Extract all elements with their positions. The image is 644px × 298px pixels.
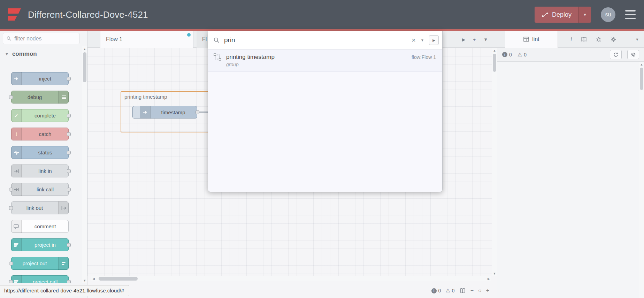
tab-lint[interactable]: lint bbox=[505, 31, 558, 48]
workspace-footer: i 0 ⚠ 0 − ○ + bbox=[431, 288, 489, 294]
search-dialog: prin × ▼ ▶ printing timestamp flow:Flow … bbox=[208, 31, 443, 192]
output-port bbox=[67, 132, 71, 136]
inject-icon bbox=[11, 72, 22, 85]
output-port bbox=[67, 77, 71, 81]
tab-config-gear-icon[interactable] bbox=[611, 37, 616, 42]
palette-category-label: common bbox=[12, 51, 37, 58]
deploy-button[interactable]: Deploy ▼ bbox=[535, 7, 591, 23]
result-type: group bbox=[226, 62, 436, 67]
tab-scroll-right-icon[interactable]: ▶ bbox=[462, 37, 466, 42]
inject-node[interactable]: timestamp bbox=[132, 106, 197, 119]
search-history-chevron-icon[interactable]: ▼ bbox=[419, 38, 426, 42]
search-icon bbox=[7, 36, 11, 41]
palette-node-comment[interactable]: comment bbox=[11, 220, 69, 233]
sidebar-tabs-chevron-icon[interactable]: ▼ bbox=[635, 37, 639, 41]
palette-node-label: catch bbox=[22, 131, 68, 137]
palette-node-status[interactable]: status bbox=[11, 146, 69, 159]
palette-node-project-call[interactable]: project call bbox=[11, 275, 69, 283]
scroll-up-icon[interactable]: ▲ bbox=[492, 48, 497, 53]
search-expand-button[interactable]: ▶ bbox=[429, 35, 439, 45]
tab-debug-bug-icon[interactable] bbox=[596, 37, 601, 42]
header: Different-Collared-Dove-4521 Deploy ▼ su bbox=[0, 0, 644, 29]
palette-node-catch[interactable]: ! catch bbox=[11, 128, 69, 140]
palette-node-project-out[interactable]: project out bbox=[11, 257, 69, 270]
scroll-up-icon[interactable]: ▲ bbox=[82, 46, 87, 52]
user-avatar[interactable]: su bbox=[601, 7, 615, 22]
scroll-left-icon[interactable]: ◀ bbox=[91, 276, 96, 281]
scrollbar-thumb[interactable] bbox=[99, 277, 138, 281]
deploy-options-caret[interactable]: ▼ bbox=[578, 7, 591, 23]
tab-info-icon[interactable]: i bbox=[570, 36, 572, 43]
lint-warning-count-value: 0 bbox=[524, 52, 527, 58]
scroll-down-icon[interactable]: ▼ bbox=[492, 271, 497, 276]
scroll-down-icon[interactable]: ▼ bbox=[82, 278, 87, 283]
palette-node-complete[interactable]: ✓ complete bbox=[11, 109, 69, 122]
sidebar-scrollbar[interactable]: ▲ bbox=[639, 62, 644, 298]
canvas-horizontal-scrollbar[interactable]: ◀ ▶ bbox=[91, 276, 491, 281]
flowfuse-logo-icon bbox=[6, 6, 22, 23]
canvas-vertical-scrollbar[interactable]: ▲ ▼ bbox=[492, 48, 497, 276]
palette-node-label: status bbox=[22, 150, 68, 155]
lint-icon bbox=[523, 37, 529, 42]
warning-count-value: 0 bbox=[452, 288, 455, 293]
main-menu-icon[interactable] bbox=[625, 10, 636, 19]
project-in-icon bbox=[11, 238, 22, 251]
lint-info-count: i 0 bbox=[502, 52, 512, 58]
scrollbar-thumb[interactable] bbox=[640, 68, 643, 90]
search-query[interactable]: prin bbox=[224, 36, 409, 44]
palette-node-link-out[interactable]: link out bbox=[11, 201, 69, 214]
add-flow-icon[interactable]: + bbox=[473, 37, 476, 42]
zoom-in-icon[interactable]: + bbox=[486, 288, 489, 294]
palette-node-project-in[interactable]: project in bbox=[11, 238, 69, 251]
tab-help-book-icon[interactable] bbox=[581, 37, 587, 42]
palette-node-label: debug bbox=[12, 94, 58, 100]
node-label: timestamp bbox=[152, 106, 194, 118]
palette-sidebar: ▼ common inject debug bbox=[0, 31, 87, 298]
output-port[interactable] bbox=[196, 110, 199, 114]
project-out-icon bbox=[58, 257, 69, 270]
info-count[interactable]: i 0 bbox=[431, 288, 441, 293]
info-icon: i bbox=[502, 52, 507, 57]
clear-search-icon[interactable]: × bbox=[409, 36, 419, 44]
palette-filter[interactable] bbox=[3, 33, 79, 44]
tab-modified-dot bbox=[187, 33, 191, 37]
palette-node-debug[interactable]: debug bbox=[11, 91, 69, 104]
scroll-up-icon[interactable]: ▲ bbox=[639, 62, 644, 67]
scrollbar-thumb[interactable] bbox=[83, 52, 86, 82]
tab-list-chevron-icon[interactable]: ▼ bbox=[483, 37, 488, 42]
palette-node-inject[interactable]: inject bbox=[11, 72, 69, 85]
group-label: printing timestamp bbox=[124, 94, 167, 100]
search-input-row[interactable]: prin × ▼ ▶ bbox=[208, 31, 442, 49]
scroll-right-icon[interactable]: ▶ bbox=[486, 276, 491, 281]
lint-settings-button[interactable] bbox=[627, 50, 639, 59]
tabbar-actions: ▶ + ▼ bbox=[462, 31, 488, 48]
inject-trigger-button[interactable] bbox=[132, 106, 140, 119]
warning-count[interactable]: ⚠ 0 bbox=[445, 288, 454, 294]
palette-scrollbar[interactable]: ▲ ▼ bbox=[82, 46, 87, 283]
zoom-reset-icon[interactable]: ○ bbox=[478, 288, 482, 294]
tab-flow-1[interactable]: Flow 1 bbox=[100, 31, 193, 48]
search-result-item[interactable]: printing timestamp flow:Flow 1 group bbox=[208, 49, 442, 72]
link-out-icon bbox=[58, 201, 69, 214]
scrollbar-thumb[interactable] bbox=[493, 54, 496, 72]
search-results: printing timestamp flow:Flow 1 group bbox=[208, 49, 442, 192]
output-port bbox=[67, 114, 71, 117]
zoom-out-icon[interactable]: − bbox=[470, 288, 474, 294]
palette-filter-input[interactable] bbox=[14, 36, 76, 42]
node-red-editor: Different-Collared-Dove-4521 Deploy ▼ su bbox=[0, 0, 644, 298]
palette-category-common[interactable]: ▼ common bbox=[0, 46, 82, 62]
input-port bbox=[9, 206, 13, 210]
result-title: printing timestamp bbox=[226, 54, 275, 61]
lint-refresh-button[interactable] bbox=[610, 50, 622, 59]
input-port bbox=[9, 95, 13, 99]
palette-node-link-call[interactable]: link call bbox=[11, 183, 69, 196]
lint-toolbar: i 0 ⚠ 0 bbox=[497, 48, 644, 62]
palette-node-label: link in bbox=[22, 168, 68, 174]
inject-icon bbox=[140, 106, 151, 119]
info-icon: i bbox=[431, 288, 437, 293]
palette-node-link-in[interactable]: link in bbox=[11, 165, 69, 177]
navigator-map-icon[interactable] bbox=[459, 288, 466, 293]
output-port bbox=[67, 280, 71, 283]
chevron-down-icon: ▼ bbox=[5, 52, 9, 56]
result-flow-meta: flow:Flow 1 bbox=[412, 54, 436, 60]
